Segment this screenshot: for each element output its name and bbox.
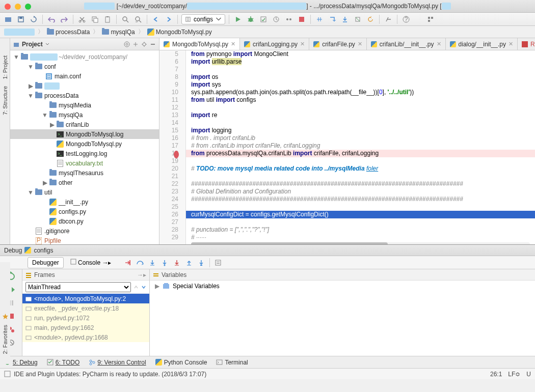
debug-icon[interactable]	[246, 14, 256, 24]
paste-icon[interactable]	[102, 14, 113, 24]
svg-rect-53	[26, 326, 31, 330]
thread-selector[interactable]: MainThread	[25, 282, 131, 292]
chevron-right-icon: 〉	[92, 27, 100, 36]
frame-row[interactable]: <module>, pydevd.py:1668	[22, 332, 149, 342]
evaluate-icon[interactable]: =	[213, 258, 223, 268]
tab[interactable]: REA	[518, 38, 535, 50]
hide-icon[interactable]	[150, 41, 156, 47]
tab[interactable]: crifanLib/__init__.py✕	[367, 38, 446, 50]
tree-selected[interactable]: >_MongodbToMysql.log	[10, 129, 159, 139]
bottom-vcs[interactable]: 9: Version Control	[89, 359, 146, 366]
bc-item[interactable]: mysqlQa	[102, 29, 135, 36]
force-step-icon[interactable]	[172, 258, 182, 268]
svg-rect-8	[106, 16, 109, 17]
rollback-icon[interactable]	[365, 14, 376, 24]
step-over-icon[interactable]	[135, 258, 145, 268]
forward-icon[interactable]	[164, 14, 174, 24]
caret-position[interactable]: 26:1	[490, 371, 502, 378]
sidebar-tab-project[interactable]: 1: Project	[2, 53, 8, 81]
frame-row[interactable]: main, pydevd.py:1662	[22, 323, 149, 332]
cut-icon[interactable]	[77, 14, 87, 24]
svg-rect-55	[153, 273, 158, 274]
svg-rect-2	[19, 17, 22, 19]
thread-down-icon[interactable]	[141, 285, 146, 290]
bottom-pycon[interactable]: Python Console	[155, 359, 207, 366]
replace-icon[interactable]	[133, 14, 143, 24]
restore-layout-icon[interactable]: →▸	[137, 271, 146, 278]
console-tab[interactable]: Console →▸	[66, 257, 116, 268]
debugger-tab[interactable]: Debugger	[28, 257, 64, 268]
undo-icon[interactable]	[46, 14, 57, 24]
target-icon[interactable]	[124, 41, 130, 47]
bottom-terminal[interactable]: Terminal	[216, 359, 248, 366]
sidebar-tab-structure[interactable]: 7: Structure	[2, 84, 8, 117]
run-icon[interactable]	[233, 14, 243, 24]
collapse-icon[interactable]	[132, 41, 139, 47]
open-icon[interactable]	[3, 14, 13, 24]
status-icon[interactable]	[4, 371, 11, 377]
settings-icon[interactable]	[383, 14, 393, 24]
tab[interactable]: crifanFile.py✕	[309, 38, 367, 50]
concurrency-icon[interactable]	[284, 14, 294, 24]
star-icon[interactable]	[2, 313, 9, 320]
bc-item[interactable]: MongodbToMysql.py	[147, 29, 212, 36]
variables-icon	[153, 272, 159, 278]
frames-list[interactable]: <module>, MongodbToMysql.py:2 execfile, …	[22, 294, 149, 356]
svg-rect-48	[26, 275, 31, 276]
attach-icon[interactable]	[314, 14, 325, 24]
svg-rect-13	[261, 17, 266, 22]
bc-item[interactable]: processData	[47, 29, 90, 36]
tab-active[interactable]: MongodbToMysql.py✕	[159, 38, 240, 50]
step-into-icon[interactable]	[147, 258, 157, 268]
frame-row[interactable]: run, pydevd.py:1072	[22, 313, 149, 323]
tab[interactable]: crifanLogging.py✕	[240, 38, 309, 50]
chevron-down-icon[interactable]	[45, 43, 49, 46]
run-to-cursor-icon[interactable]	[196, 258, 206, 268]
save-icon[interactable]	[16, 14, 26, 24]
svg-rect-49	[26, 277, 31, 278]
horizontal-scrollbar[interactable]	[191, 242, 388, 244]
structure-icon[interactable]	[425, 14, 436, 24]
frames-icon	[25, 272, 32, 278]
bc-root[interactable]: xxxxxxxxx	[4, 29, 35, 36]
minimize-window[interactable]	[15, 4, 21, 10]
refresh-icon[interactable]	[29, 14, 39, 24]
close-window[interactable]	[5, 4, 11, 10]
code-editor[interactable]: 567891011121314151617 18 192021222324252…	[159, 50, 535, 244]
breakpoint-icon[interactable]	[174, 151, 179, 158]
redo-icon[interactable]	[59, 14, 69, 24]
step-icon[interactable]	[327, 14, 337, 24]
frame-row[interactable]: <module>, MongodbToMysql.py:2	[22, 294, 149, 303]
zoom-window[interactable]	[25, 4, 31, 10]
svg-rect-17	[299, 17, 304, 22]
thread-up-icon[interactable]	[133, 285, 139, 290]
tab[interactable]: dialog/__init__.py✕	[446, 38, 518, 50]
profile-icon[interactable]	[271, 14, 281, 24]
copy-icon[interactable]	[90, 14, 100, 24]
frame-row[interactable]: execfile, _pydev_execfile.py:18	[22, 303, 149, 313]
svg-point-62	[90, 363, 92, 365]
run-config-selector[interactable]: configs	[181, 14, 225, 24]
encoding[interactable]: U	[526, 371, 531, 378]
line-gutter[interactable]: 567891011121314151617 18 192021222324252…	[159, 50, 186, 244]
bottom-todo[interactable]: 6: TODO	[47, 359, 80, 366]
chevron-right-icon: 〉	[137, 27, 145, 36]
current-execution-line: curMysqlConfigDict = configs.getMysqlCon…	[186, 211, 535, 218]
step-into-my-icon[interactable]	[159, 258, 170, 268]
find-icon[interactable]	[120, 14, 130, 24]
back-icon[interactable]	[151, 14, 161, 24]
coverage-icon[interactable]	[258, 14, 269, 24]
line-separator[interactable]: LF≎	[508, 371, 520, 378]
variable-row[interactable]: ▶Special Variables	[150, 281, 535, 292]
svg-rect-6	[94, 18, 98, 22]
show-exec-point-icon[interactable]	[123, 258, 133, 268]
stop-icon[interactable]	[297, 14, 307, 24]
update-icon[interactable]	[340, 14, 350, 24]
project-tree[interactable]: ▼xxxxxxxx ~/dev/dev_root/company/ ▼conf …	[10, 50, 159, 244]
close-icon[interactable]: ✕	[231, 41, 235, 47]
gear-icon[interactable]	[141, 41, 147, 47]
commit-icon[interactable]	[353, 14, 363, 24]
help-icon[interactable]: ?	[401, 14, 411, 24]
sidebar-tab-favorites[interactable]: 2: Favorites	[2, 323, 8, 356]
step-out-icon[interactable]	[184, 258, 194, 268]
